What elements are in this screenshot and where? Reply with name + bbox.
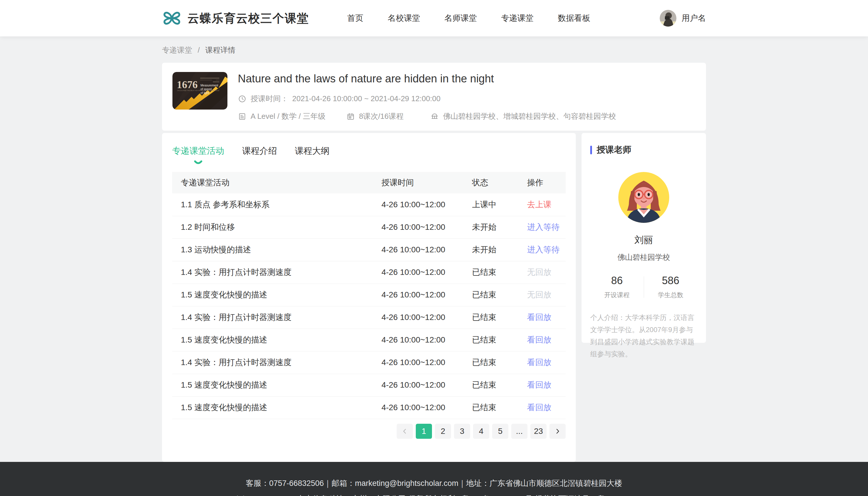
lesson-action-link[interactable]: 看回放 (527, 381, 552, 389)
lesson-status: 已结束 (463, 306, 518, 329)
lesson-status: 未开始 (463, 238, 518, 261)
pagination-prev-button[interactable] (397, 424, 413, 439)
page: 云蝶乐育云校三个课堂 首页 名校课堂 名师课堂 专递课堂 数据看板 (0, 0, 868, 496)
pagination-page-2[interactable]: 2 (435, 424, 451, 439)
lesson-time: 4-26 10:00~12:00 (373, 329, 464, 351)
stat-students-value: 586 (644, 275, 698, 287)
teacher-avatar (618, 172, 669, 223)
course-title: Nature and the laws of nature are hidden… (238, 73, 695, 85)
lesson-status: 已结束 (463, 374, 518, 396)
lesson-name: 1.5 速度变化快慢的描述 (172, 329, 373, 351)
course-tabs: 专递课堂活动 课程介绍 课程大纲 (172, 145, 566, 166)
footer-contact-line: 客服：0757-66832506｜邮箱：marketing@brightscho… (0, 478, 868, 489)
lesson-time: 4-26 10:00~12:00 (373, 238, 464, 261)
lesson-action-link[interactable]: 看回放 (527, 313, 552, 322)
pagination-next-button[interactable] (550, 424, 566, 439)
teacher-school: 佛山碧桂园学校 (590, 252, 697, 262)
lesson-name: 1.5 速度变化快慢的描述 (172, 374, 373, 396)
pagination-page-23[interactable]: 23 (530, 424, 547, 439)
section-title-bar (590, 146, 592, 154)
tab-course-outline[interactable]: 课程大纲 (295, 145, 330, 166)
school-building-icon (430, 112, 439, 121)
brand-logo-home-link[interactable]: 云蝶乐育云校三个课堂 (162, 11, 309, 26)
lesson-time: 4-26 10:00~12:00 (373, 396, 464, 419)
lesson-action-link[interactable]: 看回放 (527, 335, 552, 344)
tab-course-intro[interactable]: 课程介绍 (242, 145, 277, 166)
lesson-status: 已结束 (463, 261, 518, 283)
nav-item-home[interactable]: 首页 (347, 13, 363, 24)
nav-item-dashboard[interactable]: 数据看板 (558, 13, 590, 24)
col-header-status: 状态 (463, 172, 518, 193)
svg-text:of light: of light (200, 91, 209, 94)
lesson-name: 1.4 实验：用打点计时器测速度 (172, 351, 373, 374)
teacher-section-title: 授课老师 (590, 144, 697, 156)
course-lesson-count: 8课次/16课程 (346, 111, 404, 121)
lesson-name: 1.2 时间和位移 (172, 216, 373, 238)
lesson-status: 已结束 (463, 351, 518, 374)
stat-courses-value: 86 (590, 275, 644, 287)
brand-name: 云蝶乐育云校三个课堂 (188, 11, 309, 26)
table-row: 1.2 时间和位移 4-26 10:00~12:00 未开始 进入等待 (172, 216, 566, 238)
col-header-activity: 专递课堂活动 (172, 172, 373, 193)
lesson-name: 1.5 速度变化快慢的描述 (172, 396, 373, 419)
pagination: 1 2 3 4 5 ... 23 (172, 424, 566, 439)
nav-item-delivery-class[interactable]: 专递课堂 (501, 13, 534, 24)
lesson-action-link[interactable]: 看回放 (527, 403, 552, 412)
lesson-action-link[interactable]: 进入等待 (527, 222, 559, 232)
nav-item-famous-school[interactable]: 名校课堂 (388, 13, 420, 24)
lesson-status: 上课中 (463, 193, 518, 216)
lesson-action-link[interactable]: 去上课 (527, 200, 552, 209)
breadcrumb-current: 课程详情 (206, 46, 236, 55)
lesson-name: 1.1 质点 参考系和坐标系 (172, 193, 373, 216)
course-level: A Level / 数学 / 三年级 (238, 111, 326, 121)
nav-item-famous-teacher[interactable]: 名师课堂 (445, 13, 477, 24)
calendar-icon (346, 112, 355, 121)
lesson-time: 4-26 10:00~12:00 (373, 351, 464, 374)
course-schools: 佛山碧桂园学校、增城碧桂园学校、句容碧桂园学校 (430, 111, 616, 121)
lesson-action-disabled: 无回放 (527, 268, 552, 277)
user-avatar (660, 10, 676, 27)
course-time-value: 2021-04-26 10:00:00 ~ 2021-04-29 12:00:0… (292, 94, 440, 103)
thumb-small-print: CALCULATED THE DELAY AS A PROPORTION OF … (177, 90, 220, 91)
chevron-left-icon (401, 428, 408, 435)
stat-students-label: 学生总数 (644, 291, 698, 299)
course-summary-card: 1676 CALCULATED THE DELAY AS A PROPORTIO… (162, 63, 706, 131)
lesson-status: 已结束 (463, 396, 518, 419)
svg-text:of speed: of speed (200, 88, 211, 91)
breadcrumb-parent[interactable]: 专递课堂 (162, 46, 192, 55)
user-name: 用户名 (682, 13, 706, 24)
course-schools-text: 佛山碧桂园学校、增城碧桂园学校、句容碧桂园学校 (443, 111, 616, 121)
table-row: 1.4 实验：用打点计时器测速度 4-26 10:00~12:00 已结束 无回… (172, 261, 566, 283)
lesson-time: 4-26 10:00~12:00 (373, 306, 464, 329)
lesson-name: 1.3 运动快慢的描述 (172, 238, 373, 261)
butterfly-logo-icon (162, 11, 182, 26)
lesson-action-link[interactable]: 看回放 (527, 358, 552, 367)
pagination-ellipsis[interactable]: ... (511, 424, 527, 439)
table-row: 1.5 速度变化快慢的描述 4-26 10:00~12:00 已结束 无回放 (172, 283, 566, 306)
user-menu[interactable]: 用户名 (660, 10, 706, 27)
tab-delivery-activity[interactable]: 专递课堂活动 (172, 145, 224, 166)
teacher-stats: 86 开设课程 586 学生总数 (590, 275, 697, 299)
table-row: 1.5 速度变化快慢的描述 4-26 10:00~12:00 已结束 看回放 (172, 329, 566, 351)
pagination-page-5[interactable]: 5 (492, 424, 508, 439)
main-nav: 首页 名校课堂 名师课堂 专递课堂 数据看板 (347, 13, 590, 24)
course-level-text: A Level / 数学 / 三年级 (251, 111, 326, 121)
lesson-action-disabled: 无回放 (527, 290, 552, 299)
course-time-label: 授课时间： (251, 94, 288, 104)
pagination-page-4[interactable]: 4 (473, 424, 489, 439)
stat-students: 586 学生总数 (644, 275, 698, 299)
pagination-page-3[interactable]: 3 (454, 424, 470, 439)
table-row: 1.5 速度变化快慢的描述 4-26 10:00~12:00 已结束 看回放 (172, 374, 566, 396)
table-row: 1.1 质点 参考系和坐标系 4-26 10:00~12:00 上课中 去上课 (172, 193, 566, 216)
page-footer: 客服：0757-66832506｜邮箱：marketing@brightscho… (0, 462, 868, 496)
course-time: 授课时间： 2021-04-26 10:00:00 ~ 2021-04-29 1… (238, 94, 440, 104)
teacher-panel: 授课老师 (582, 133, 706, 343)
course-lesson-count-text: 8课次/16课程 (359, 111, 404, 121)
col-header-action: 操作 (519, 172, 566, 193)
lesson-time: 4-26 10:00~12:00 (373, 216, 464, 238)
svg-text:Measurement: Measurement (200, 84, 218, 87)
pagination-page-1[interactable]: 1 (416, 424, 432, 439)
lesson-action-link[interactable]: 进入等待 (527, 245, 559, 254)
lesson-name: 1.4 实验：用打点计时器测速度 (172, 261, 373, 283)
lesson-status: 未开始 (463, 216, 518, 238)
